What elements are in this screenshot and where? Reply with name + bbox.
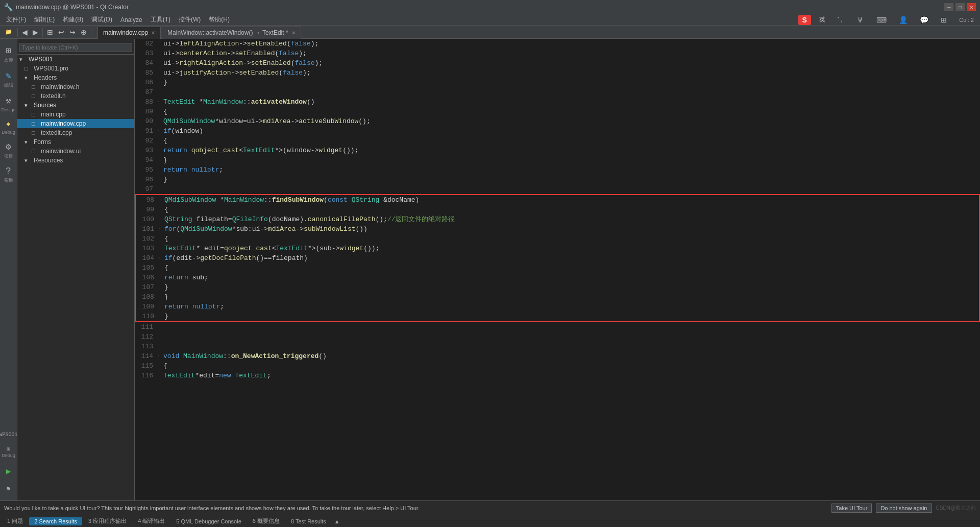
chat-icon[interactable]: 💬 (916, 15, 933, 25)
code-line-98: 98 QMdiSubWindow *MainWindow::findSubWin… (136, 195, 979, 205)
tab-close-icon[interactable]: ✕ (151, 30, 155, 36)
col-indicator: Col: 2 (955, 16, 978, 24)
toolbar-btn2[interactable]: ↩ (56, 27, 66, 37)
btab-search-results[interactable]: 2 Search Results (29, 517, 82, 525)
take-tour-button[interactable]: Take UI Tour (831, 504, 872, 513)
mic-icon[interactable]: 🎙 (853, 15, 868, 25)
main-layout: ⊞ 欢迎 ✎ 编辑 ⚒ Design ⬥ Debug ⚙ 项目 ? 帮助 WPS… (0, 39, 980, 500)
btab-qml-debugger[interactable]: 5 QML Debugger Console (171, 517, 246, 525)
menu-help[interactable]: 帮助(H) (205, 14, 234, 25)
grid-icon[interactable]: ⊞ (937, 15, 951, 25)
welcome-icon: ⊞ (6, 45, 11, 56)
header-file-icon: □ (32, 84, 39, 90)
ime-indicator[interactable]: 英 (815, 14, 829, 25)
mode-projects[interactable]: ⚙ 项目 (1, 138, 17, 163)
tree-textedit-h[interactable]: □ textedit.h (17, 91, 134, 101)
menu-tools[interactable]: 工具(T) (146, 14, 175, 25)
tree-resources-folder[interactable]: ▾ Resources (17, 156, 134, 165)
code-line-102: 102 { (136, 234, 979, 244)
toolbar-btn4[interactable]: ⊕ (79, 27, 89, 37)
tree-textedit-cpp[interactable]: □ textedit.cpp (17, 128, 134, 137)
toolbar-btn3[interactable]: ↪ (67, 27, 78, 37)
toolbar-back[interactable]: ◀ (20, 27, 30, 37)
menu-file[interactable]: 文件(F) (2, 14, 30, 25)
mode-debug[interactable]: ⬥ Debug (1, 115, 17, 138)
code-line-85: 85 ui->justifyAction->setEnabled(false); (135, 68, 980, 78)
notification-bar: Would you like to take a quick UI tour? … (0, 500, 980, 515)
keyboard-icon[interactable]: ⌨ (872, 15, 891, 25)
menu-debug[interactable]: 调试(D) (87, 14, 116, 25)
btab-test-results[interactable]: 8 Test Results (286, 517, 331, 525)
code-editor[interactable]: 82 ui->leftAlignAction->setEnabled(false… (135, 39, 980, 500)
punctuation-indicator[interactable]: '， (834, 14, 849, 25)
code-line-106: 106 return sub; (136, 273, 979, 282)
btab-arrow-up[interactable]: ▲ (334, 518, 340, 524)
btab-compile-output[interactable]: 4 编译输出 (133, 516, 170, 526)
tree-mainwindow-h[interactable]: □ mainwindow.h (17, 82, 134, 91)
mode-edit[interactable]: ✎ 编辑 (1, 67, 17, 92)
code-line-110: 110 } (136, 312, 979, 321)
code-line-100: 100 QString filepath=QFileInfo(docName).… (136, 214, 979, 224)
code-line-109: 109 return nullptr; (136, 302, 979, 312)
debug-run-btn[interactable]: ▣ Debug (1, 443, 17, 461)
locate-input[interactable] (19, 43, 132, 52)
tree-sources-folder[interactable]: ▾ Sources (17, 101, 134, 110)
toolbar-btn1[interactable]: ⊞ (45, 27, 55, 37)
code-line-116: 116 TextEdit*edit=new TextEdit; (135, 371, 980, 380)
tree-main-cpp[interactable]: □ main.cpp (17, 110, 134, 119)
toolbar-locate[interactable]: 📁 (2, 29, 15, 35)
tree-headers-folder[interactable]: ▾ Headers (17, 73, 134, 82)
design-icon: ⚒ (6, 95, 11, 106)
tree-forms-folder[interactable]: ▾ Forms (17, 137, 134, 147)
mode-help[interactable]: ? 帮助 (1, 163, 17, 187)
btab-problems[interactable]: 1 问题 (2, 516, 28, 526)
tab-activate-window[interactable]: MainWindow::activateWindow() → TextEdit … (162, 27, 301, 39)
editor-area: 82 ui->leftAlignAction->setEnabled(false… (135, 39, 980, 500)
menu-edit[interactable]: 编辑(E) (30, 14, 59, 25)
file-tree: ▾ WPS001 □ WPS001.pro ▾ Headers □ mainwi… (17, 39, 135, 500)
tree-mainwindow-cpp[interactable]: □ mainwindow.cpp (17, 119, 134, 128)
tree-mainwindow-ui[interactable]: □ mainwindow.ui (17, 147, 134, 156)
bottom-panel-tabs: 1 问题 2 Search Results 3 应用程序输出 4 编译输出 5 … (0, 515, 980, 527)
menu-controls[interactable]: 控件(W) (175, 14, 205, 25)
maximize-button[interactable]: □ (955, 3, 965, 11)
editor-inner: 82 ui->leftAlignAction->setEnabled(false… (135, 39, 980, 380)
ui-file-icon: □ (32, 148, 39, 154)
minimize-button[interactable]: ─ (944, 3, 953, 11)
mode-welcome[interactable]: ⊞ 欢迎 (1, 42, 17, 67)
debug-icon: ⬥ (6, 118, 11, 129)
tab-mainwindow-cpp[interactable]: mainwindow.cpp ✕ (97, 27, 161, 39)
menu-bar: 文件(F) 编辑(E) 构建(B) 调试(D) Analyze 工具(T) 控件… (0, 14, 980, 26)
run-btn[interactable]: ▶ (1, 463, 17, 480)
tree-wps001-pro[interactable]: □ WPS001.pro (17, 64, 134, 73)
app-icon: 🔧 (4, 3, 13, 11)
avatar-icon[interactable]: 👤 (895, 15, 912, 25)
tree-label: main.cpp (41, 111, 66, 118)
tab-close-icon2[interactable]: ✕ (291, 30, 296, 36)
btab-app-output[interactable]: 3 应用程序输出 (83, 516, 132, 526)
close-button[interactable]: ✕ (967, 3, 976, 11)
tree-project-wps001[interactable]: ▾ WPS001 (17, 55, 134, 64)
code-line-93: 93 return qobject_cast<TextEdit*>(window… (135, 146, 980, 155)
code-line-83: 83 ui->centerAction->setEnabled(false); (135, 49, 980, 58)
csdn-watermark: CSDN@图片之间 (936, 505, 976, 512)
mode-design[interactable]: ⚒ Design (1, 92, 17, 115)
toolbar: 📁 ◀ ▶ ⊞ ↩ ↪ ⊕ mainwindow.cpp ✕ MainWindo… (0, 26, 980, 39)
debug-run-project[interactable]: WPS001 (1, 429, 17, 441)
no-thanks-button[interactable]: Do not show again (876, 504, 932, 513)
menu-analyze[interactable]: Analyze (116, 15, 146, 25)
help-icon: ? (6, 166, 11, 176)
menu-build[interactable]: 构建(B) (59, 14, 87, 25)
tree-label: textedit.cpp (41, 129, 72, 136)
tab-label2: MainWindow::activateWindow() → TextEdit … (167, 29, 288, 36)
tree-label: textedit.h (41, 92, 66, 100)
code-line-111: 111 (135, 322, 980, 332)
btab-summary[interactable]: 6 概要信息 (248, 516, 285, 526)
flag-btn[interactable]: ⚑ (1, 482, 17, 496)
code-line-104: 104 · if(edit->getDocFilePath()==filepat… (136, 253, 979, 263)
code-line-115: 115 { (135, 361, 980, 371)
toolbar-forward[interactable]: ▶ (31, 27, 40, 37)
code-line-90: 90 QMdiSubWindow*window=ui->mdiArea->act… (135, 116, 980, 126)
code-line-103: 103 TextEdit* edit=qobject_cast<TextEdit… (136, 244, 979, 253)
tree-label: mainwindow.h (41, 83, 79, 90)
